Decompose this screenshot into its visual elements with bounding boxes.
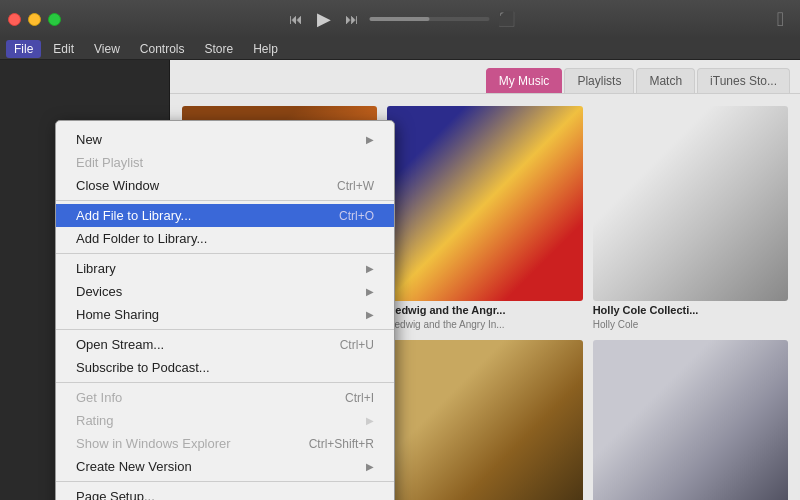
maximize-button[interactable]	[48, 13, 61, 26]
play-button[interactable]: ▶	[314, 8, 334, 30]
album-art-hedwig	[387, 106, 582, 301]
album-artist-holly: Holly Cole	[593, 319, 788, 330]
window-controls	[8, 13, 61, 26]
album-various[interactable]: Various Positions Leonard Cohen	[593, 340, 788, 500]
menu-section-3: Library Devices Home Sharing	[56, 254, 394, 330]
menu-file[interactable]: File	[6, 40, 41, 58]
menu-get-info: Get Info Ctrl+I	[56, 386, 394, 409]
menu-edit[interactable]: Edit	[45, 40, 82, 58]
album-art-various	[593, 340, 788, 500]
album-holly[interactable]: Holly Cole Collecti... Holly Cole	[593, 106, 788, 330]
album-hedwig[interactable]: Hedwig and the Angr... Hedwig and the An…	[387, 106, 582, 330]
file-menu-dropdown: New Edit Playlist Close Window Ctrl+W Ad…	[55, 120, 395, 500]
menu-open-stream[interactable]: Open Stream... Ctrl+U	[56, 333, 394, 356]
tab-match[interactable]: Match	[636, 68, 695, 93]
album-art-cohen2	[387, 340, 582, 500]
menu-new[interactable]: New	[56, 128, 394, 151]
itunes-window: ⏮ ▶ ⏭ ⬛  File Edit View Controls Store …	[0, 0, 800, 500]
transport-controls: ⏮ ▶ ⏭ ⬛	[286, 8, 515, 30]
tab-my-music[interactable]: My Music	[486, 68, 563, 93]
album-cohen2[interactable]: Songs of Leonard Coh... Leonard Cohen	[387, 340, 582, 500]
menu-section-6: Page Setup... Print... Ctrl+P	[56, 482, 394, 500]
menu-help[interactable]: Help	[245, 40, 286, 58]
menu-rating: Rating	[56, 409, 394, 432]
menu-section-5: Get Info Ctrl+I Rating Show in Windows E…	[56, 383, 394, 482]
menu-show-windows-explorer: Show in Windows Explorer Ctrl+Shift+R	[56, 432, 394, 455]
main-area: My Music Playlists Match iTunes Sto... f…	[0, 60, 800, 500]
menu-home-sharing[interactable]: Home Sharing	[56, 303, 394, 326]
menu-page-setup[interactable]: Page Setup...	[56, 485, 394, 500]
menu-bar: File Edit View Controls Store Help	[0, 38, 800, 60]
prev-button[interactable]: ⏮	[286, 11, 306, 27]
apple-logo: 	[777, 8, 784, 31]
album-title-holly: Holly Cole Collecti...	[593, 304, 788, 316]
tab-playlists[interactable]: Playlists	[564, 68, 634, 93]
menu-add-folder[interactable]: Add Folder to Library...	[56, 227, 394, 250]
menu-section-1: New Edit Playlist Close Window Ctrl+W	[56, 125, 394, 201]
menu-devices[interactable]: Devices	[56, 280, 394, 303]
menu-view[interactable]: View	[86, 40, 128, 58]
title-bar: ⏮ ▶ ⏭ ⬛ 	[0, 0, 800, 38]
content-tabs: My Music Playlists Match iTunes Sto...	[170, 60, 800, 94]
menu-store[interactable]: Store	[197, 40, 242, 58]
progress-bar[interactable]	[370, 17, 490, 21]
menu-create-new-version[interactable]: Create New Version	[56, 455, 394, 478]
minimize-button[interactable]	[28, 13, 41, 26]
menu-subscribe-podcast[interactable]: Subscribe to Podcast...	[56, 356, 394, 379]
menu-controls[interactable]: Controls	[132, 40, 193, 58]
menu-add-file[interactable]: Add File to Library... Ctrl+O	[56, 204, 394, 227]
album-title-hedwig: Hedwig and the Angr...	[387, 304, 582, 316]
menu-section-2: Add File to Library... Ctrl+O Add Folder…	[56, 201, 394, 254]
menu-edit-playlist: Edit Playlist	[56, 151, 394, 174]
close-button[interactable]	[8, 13, 21, 26]
menu-section-4: Open Stream... Ctrl+U Subscribe to Podca…	[56, 330, 394, 383]
airplay-icon[interactable]: ⬛	[498, 11, 515, 27]
album-artist-hedwig: Hedwig and the Angry In...	[387, 319, 582, 330]
progress-fill	[370, 17, 430, 21]
album-art-holly	[593, 106, 788, 301]
tab-itunes-store[interactable]: iTunes Sto...	[697, 68, 790, 93]
menu-close-window[interactable]: Close Window Ctrl+W	[56, 174, 394, 197]
next-button[interactable]: ⏭	[342, 11, 362, 27]
menu-library[interactable]: Library	[56, 257, 394, 280]
